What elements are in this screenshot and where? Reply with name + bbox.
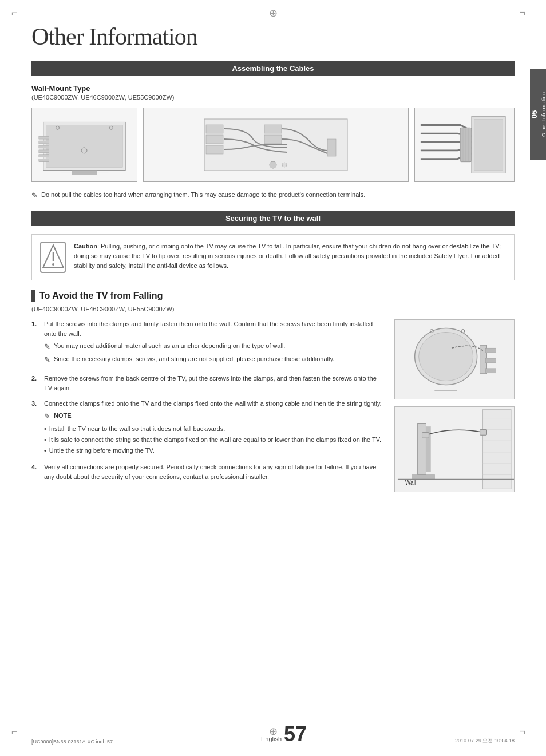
content-with-image: 1. Put the screws into the clamps and fi…	[31, 319, 515, 492]
diagram-row	[31, 108, 515, 182]
svg-rect-5	[39, 141, 49, 144]
bullet-2: It is safe to connect the string so that…	[44, 435, 382, 445]
pencil-icon-1: ✎	[44, 341, 50, 353]
step-3-note-label-text: NOTE	[54, 411, 72, 422]
svg-point-32	[419, 332, 473, 381]
content-left: 1. Put the screws into the clamps and fi…	[31, 319, 383, 492]
svg-rect-54	[422, 432, 429, 438]
pencil-icon-3: ✎	[44, 411, 50, 422]
step-2: 2. Remove the screws from the back centr…	[31, 374, 383, 393]
svg-rect-36	[485, 368, 496, 373]
caution-body: : Pulling, pushing, or climbing onto the…	[74, 243, 501, 269]
reg-mark-left-top: ⌐	[11, 7, 18, 19]
step-2-content: Remove the screws from the back centre o…	[44, 374, 383, 393]
step-3-number: 3.	[31, 399, 39, 457]
svg-rect-41	[483, 409, 512, 489]
footer-page-number: 57	[284, 724, 307, 745]
side-tab-text: Other Information	[541, 92, 547, 137]
wall-mount-models: (UE40C9000ZW, UE46C9000ZW, UE55C9000ZW)	[31, 94, 515, 101]
diagram-box-2	[143, 108, 409, 182]
side-tab-number: 05	[530, 110, 539, 118]
tv-wall-diagram-2: Wall	[394, 406, 515, 492]
left-bar	[31, 290, 35, 302]
step-3-note-label: ✎ NOTE	[44, 411, 382, 422]
assembling-note: ✎ Do not pull the cables too hard when a…	[31, 190, 515, 201]
diagram-svg-2	[196, 108, 356, 182]
step-2-number: 2.	[31, 374, 39, 393]
tv-wall-svg-1	[395, 319, 514, 399]
step-1-number: 1.	[31, 319, 39, 368]
page-footer: [UC9000]BN68-03161A-XC.indb 57 English 5…	[0, 724, 546, 745]
svg-rect-15	[206, 135, 223, 144]
footer-right-text: 2010-07-29 오전 10:04 18	[455, 737, 515, 745]
svg-rect-11	[72, 171, 97, 175]
svg-rect-34	[485, 348, 496, 353]
svg-rect-7	[39, 150, 49, 153]
svg-rect-19	[327, 139, 336, 156]
diagram-box-1	[31, 108, 137, 182]
svg-rect-48	[418, 423, 426, 474]
page-title: Other Information	[31, 23, 515, 50]
svg-rect-14	[206, 125, 223, 133]
bullet-1: Install the TV near to the wall so that …	[44, 424, 382, 434]
svg-rect-8	[39, 155, 49, 157]
securing-tv-section: Securing the TV to the wall Caution: Pul…	[31, 211, 515, 492]
pencil-icon: ✎	[31, 190, 38, 201]
step-1-note-2: ✎ Since the necessary clamps, screws, an…	[44, 354, 383, 366]
caution-label: Caution	[74, 243, 97, 250]
step-2-text: Remove the screws from the back centre o…	[44, 375, 377, 391]
securing-tv-header: Securing the TV to the wall	[31, 211, 515, 226]
step-3-content: Connect the clamps fixed onto the TV and…	[44, 399, 382, 457]
tv-wall-diagram-1	[394, 319, 515, 399]
caution-icon	[40, 242, 66, 273]
warning-triangle-svg	[42, 243, 65, 271]
avoid-falling-title: To Avoid the TV from Falling	[39, 291, 163, 301]
assembling-cables-section: Assembling the Cables Wall-Mount Type (U…	[31, 61, 515, 201]
footer-page: English 57	[261, 724, 307, 745]
wall-mount-title: Wall-Mount Type	[31, 84, 515, 93]
svg-rect-50	[412, 474, 435, 479]
step-3-bullets: Install the TV near to the wall so that …	[44, 424, 382, 456]
bullet-3: Untie the string before moving the TV.	[44, 446, 382, 456]
step-3-text: Connect the clamps fixed onto the TV and…	[44, 400, 382, 407]
avoid-falling-title-bar: To Avoid the TV from Falling	[31, 290, 515, 302]
svg-point-30	[52, 263, 54, 266]
svg-rect-17	[264, 125, 282, 133]
footer-left-text: [UC9000]BN68-03161A-XC.indb 57	[31, 739, 113, 745]
step-4-content: Verify all connections are properly secu…	[44, 462, 383, 482]
step-4-text: Verify all connections are properly secu…	[44, 464, 376, 480]
diagram-svg-3	[415, 108, 514, 182]
footer-page-label: English	[261, 735, 282, 742]
content-right: Wall	[394, 319, 515, 492]
step-4-number: 4.	[31, 462, 39, 482]
step-1-note-1: ✎ You may need additional material such …	[44, 341, 383, 353]
steps-list: 1. Put the screws into the clamps and fi…	[31, 319, 383, 482]
step-3: 3. Connect the clamps fixed onto the TV …	[31, 399, 383, 457]
reg-mark-right-top: ¬	[519, 7, 525, 19]
svg-rect-4	[39, 136, 49, 139]
caution-box: Caution: Pulling, pushing, or climbing o…	[31, 234, 515, 280]
step-1-note-1-text: You may need additional material such as…	[54, 341, 285, 353]
avoid-falling-section: To Avoid the TV from Falling (UE40C9000Z…	[31, 290, 515, 492]
avoid-falling-models: (UE40C9000ZW, UE46C9000ZW, UE55C9000ZW)	[31, 306, 515, 312]
svg-rect-1	[46, 125, 123, 167]
step-1-content: Put the screws into the clamps and firml…	[44, 319, 383, 368]
svg-rect-18	[264, 135, 282, 144]
assembling-note-text: Do not pull the cables too hard when arr…	[41, 190, 365, 200]
side-tab: 05 Other Information	[530, 69, 546, 160]
diagram-svg-1	[32, 108, 137, 182]
wall-label: Wall	[405, 480, 416, 486]
svg-rect-55	[480, 429, 487, 435]
pencil-icon-2: ✎	[44, 354, 50, 366]
diagram-box-3	[414, 108, 515, 182]
svg-rect-6	[39, 145, 49, 148]
svg-rect-35	[485, 358, 496, 363]
step-1: 1. Put the screws into the clamps and fi…	[31, 319, 383, 368]
assembling-cables-header: Assembling the Cables	[31, 61, 515, 76]
svg-rect-16	[206, 145, 223, 154]
step-4: 4. Verify all connections are properly s…	[31, 462, 383, 482]
caution-text: Caution: Pulling, pushing, or climbing o…	[74, 242, 506, 271]
svg-rect-23	[474, 120, 503, 171]
step-1-text: Put the screws into the clamps and firml…	[44, 320, 373, 337]
step-1-note-2-text: Since the necessary clamps, screws, and …	[54, 354, 334, 366]
